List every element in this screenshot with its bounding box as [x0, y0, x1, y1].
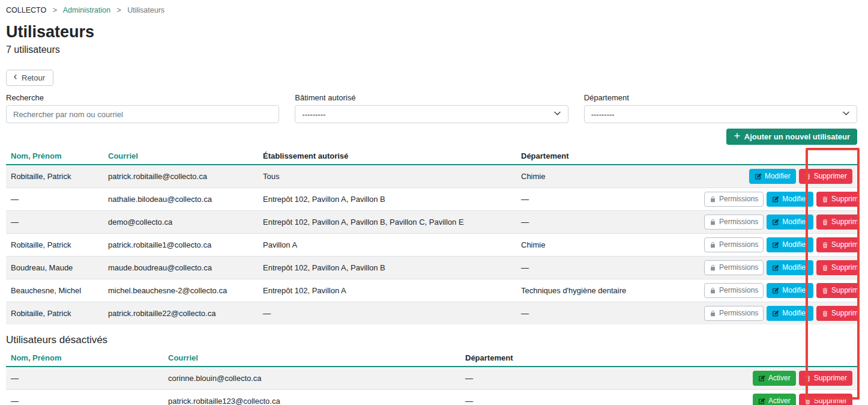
- edit-button[interactable]: Modifier: [767, 237, 813, 252]
- cell-establishment: Tous: [258, 165, 516, 188]
- column-header-actions: [696, 148, 857, 165]
- cell-establishment: Entrepôt 102, Pavillon A, Pavillon B: [258, 257, 516, 279]
- trash-icon: [822, 219, 828, 226]
- edit-button[interactable]: Modifier: [767, 192, 813, 207]
- delete-button[interactable]: Supprimer: [816, 283, 857, 298]
- cell-department: Techniques d'hygiène dentaire: [516, 279, 696, 302]
- building-select[interactable]: ---------: [295, 105, 568, 123]
- department-select[interactable]: ---------: [584, 105, 857, 123]
- trash-icon: [804, 375, 811, 382]
- building-filter: Bâtiment autorisé ---------: [295, 93, 568, 123]
- table-row: —patrick.robitaille123@collecto.ca—Activ…: [6, 390, 857, 405]
- cell-email: patrick.robitaille123@collecto.ca: [163, 390, 460, 405]
- trash-icon: [822, 242, 828, 249]
- user-count: 7 utilisateurs: [6, 44, 857, 56]
- column-header-department: Département: [516, 148, 696, 165]
- delete-button[interactable]: Supprimer: [816, 306, 857, 321]
- cell-establishment: —: [258, 302, 516, 325]
- back-button[interactable]: Retour: [6, 70, 53, 86]
- permissions-button[interactable]: Permissions: [704, 192, 764, 207]
- filters-bar: Recherche Bâtiment autorisé --------- Dé…: [6, 93, 857, 123]
- column-header-name[interactable]: Nom, Prénom: [6, 350, 163, 367]
- disabled-table-header-row: Nom, Prénom Courriel Département: [6, 350, 857, 367]
- column-header-department: Département: [460, 350, 713, 367]
- department-filter: Département ---------: [584, 93, 857, 123]
- delete-button-label: Supprimer: [831, 286, 857, 295]
- delete-button[interactable]: Supprimer: [816, 192, 857, 207]
- table-row: —nathalie.bilodeau@collecto.caEntrepôt 1…: [6, 188, 857, 211]
- edit-icon: [772, 310, 779, 317]
- users-table-body: Robitaille, Patrickpatrick.robitaille@co…: [6, 165, 857, 324]
- add-user-button-label: Ajouter un nouvel utilisateur: [744, 132, 850, 141]
- cell-name: —: [6, 211, 103, 234]
- cell-email: michel.beauchesne-2@collecto.ca: [103, 279, 258, 302]
- column-header-email[interactable]: Courriel: [163, 350, 460, 367]
- edit-icon: [772, 242, 779, 249]
- edit-button[interactable]: Modifier: [749, 169, 796, 184]
- delete-button-label: Supprimer: [831, 195, 857, 204]
- cell-name: —: [6, 188, 103, 211]
- table-row: Robitaille, Patrickpatrick.robitaille@co…: [6, 165, 857, 188]
- trash-icon: [822, 287, 828, 294]
- delete-button[interactable]: Supprimer: [799, 394, 852, 405]
- search-input[interactable]: [6, 105, 279, 123]
- permissions-button[interactable]: Permissions: [704, 237, 764, 252]
- cell-name: Boudreau, Maude: [6, 257, 103, 279]
- search-label: Recherche: [6, 93, 279, 102]
- cell-department: —: [516, 302, 696, 325]
- edit-button-label: Modifier: [782, 240, 808, 249]
- edit-button[interactable]: Modifier: [767, 215, 813, 230]
- back-button-label: Retour: [22, 73, 45, 82]
- chevron-down-icon: [842, 109, 850, 119]
- cell-department: Chimie: [516, 165, 696, 188]
- chevron-left-icon: [13, 73, 18, 82]
- delete-button[interactable]: Supprimer: [816, 215, 857, 230]
- delete-button-label: Supprimer: [814, 374, 847, 383]
- permissions-button[interactable]: Permissions: [704, 283, 764, 298]
- delete-button[interactable]: Supprimer: [816, 260, 857, 275]
- cell-actions: PermissionsModifierSupprimer: [696, 234, 857, 257]
- lock-icon: [710, 219, 716, 225]
- permissions-button[interactable]: Permissions: [704, 215, 764, 230]
- edit-button[interactable]: Modifier: [767, 260, 813, 275]
- delete-button[interactable]: Supprimer: [816, 237, 857, 252]
- edit-icon: [755, 173, 762, 180]
- delete-button-label: Supprimer: [831, 218, 857, 227]
- table-row: Robitaille, Patrickpatrick.robitaille1@c…: [6, 234, 857, 257]
- delete-button-label: Supprimer: [831, 263, 857, 272]
- plus-icon: [734, 132, 741, 141]
- edit-icon: [772, 219, 779, 226]
- delete-button[interactable]: Supprimer: [799, 169, 852, 184]
- permissions-button[interactable]: Permissions: [704, 306, 764, 321]
- delete-button[interactable]: Supprimer: [799, 371, 852, 386]
- column-header-name[interactable]: Nom, Prénom: [6, 148, 103, 165]
- column-header-establishment: Établissement autorisé: [258, 148, 516, 165]
- add-user-button[interactable]: Ajouter un nouvel utilisateur: [726, 129, 857, 145]
- breadcrumb-current: Utilisateurs: [127, 6, 164, 14]
- building-select-value: ---------: [302, 110, 325, 119]
- trash-icon: [804, 173, 811, 180]
- lock-icon: [710, 310, 716, 317]
- cell-department: —: [460, 390, 713, 405]
- cell-email: patrick.robitaille1@collecto.ca: [103, 234, 258, 257]
- table-row: —corinne.blouin@collecto.ca—ActiverSuppr…: [6, 367, 857, 390]
- disabled-users-table: Nom, Prénom Courriel Département —corinn…: [6, 350, 857, 405]
- users-table: Nom, Prénom Courriel Établissement autor…: [6, 148, 857, 324]
- edit-button[interactable]: Modifier: [767, 306, 813, 321]
- disabled-table-body: —corinne.blouin@collecto.ca—ActiverSuppr…: [6, 367, 857, 405]
- cell-establishment: Entrepôt 102, Pavillon A, Pavillon B, Pa…: [258, 211, 516, 234]
- column-header-email[interactable]: Courriel: [103, 148, 258, 165]
- edit-button-label: Modifier: [782, 263, 808, 272]
- edit-button[interactable]: Modifier: [767, 283, 813, 298]
- cell-actions: PermissionsModifierSupprimer: [696, 279, 857, 302]
- breadcrumb-administration[interactable]: Administration: [63, 6, 110, 14]
- activate-button[interactable]: Activer: [753, 394, 796, 405]
- cell-email: demo@collecto.ca: [103, 211, 258, 234]
- breadcrumb-separator: >: [116, 6, 121, 14]
- users-table-header-row: Nom, Prénom Courriel Établissement autor…: [6, 148, 857, 165]
- delete-button-label: Supprimer: [831, 309, 857, 318]
- permissions-button[interactable]: Permissions: [704, 260, 764, 275]
- activate-button[interactable]: Activer: [753, 371, 796, 386]
- lock-icon: [710, 287, 716, 294]
- cell-establishment: Entrepôt 102, Pavillon A, Pavillon B: [258, 188, 516, 211]
